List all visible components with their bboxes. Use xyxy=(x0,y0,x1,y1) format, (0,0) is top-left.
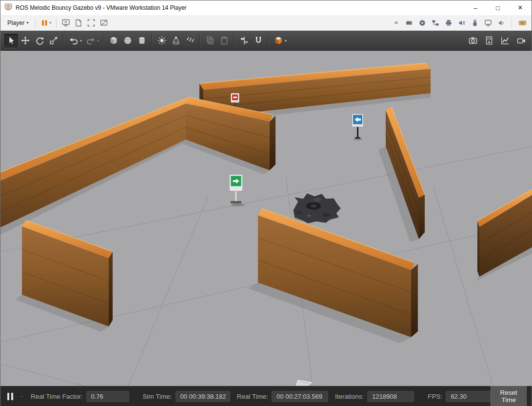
video-camera-icon xyxy=(516,36,526,45)
insert-box-button[interactable] xyxy=(106,34,120,48)
copy-icon xyxy=(205,36,215,45)
pause-icon xyxy=(40,19,48,27)
directional-light-button[interactable] xyxy=(183,34,197,48)
paste-icon xyxy=(219,36,229,45)
toolbar-separator xyxy=(268,34,269,47)
close-button[interactable]: × xyxy=(509,0,532,15)
fullscreen-button[interactable] xyxy=(85,17,98,29)
hard-disk-icon[interactable] xyxy=(403,17,415,29)
undo-arrow-icon xyxy=(69,36,79,45)
point-light-button[interactable] xyxy=(155,34,169,48)
display-icon[interactable] xyxy=(482,17,494,29)
plot-button[interactable] xyxy=(498,34,512,48)
steps-separator: - xyxy=(21,393,23,400)
speaker-icon[interactable] xyxy=(495,17,507,29)
snap-button[interactable] xyxy=(251,34,265,48)
network-adapter-icon[interactable] xyxy=(430,17,441,29)
fit-guest-screen-button[interactable] xyxy=(59,17,72,29)
player-menu[interactable]: Player ▾ xyxy=(3,18,32,28)
simulation-status-bar: - Real Time Factor: 0.76 Sim Time: 00 00… xyxy=(0,386,532,406)
redo-history-caret[interactable]: ▾ xyxy=(97,39,99,43)
view-angle-button[interactable] xyxy=(271,34,285,48)
real-time-factor-label: Real Time Factor: xyxy=(31,393,83,400)
redo-arrow-icon xyxy=(86,36,96,45)
title-bar: ROS Melodic Bouncy Gazebo v9 - VMware Wo… xyxy=(0,0,532,15)
player-menu-label: Player xyxy=(7,20,24,26)
toolbar-separator xyxy=(103,34,104,47)
monitor-icon xyxy=(61,19,70,27)
spotlight-icon xyxy=(171,36,181,45)
crossed-screen-icon xyxy=(99,19,108,27)
exit-fullscreen-button[interactable] xyxy=(98,17,110,29)
sound-card-icon[interactable] xyxy=(456,17,468,29)
iterations-label: Iterations: xyxy=(335,393,364,400)
real-time-value: 00 00:27:03.569 xyxy=(272,391,328,402)
minimize-button[interactable]: – xyxy=(464,0,487,15)
log-icon: LOG xyxy=(484,36,494,45)
tool-translate[interactable] xyxy=(18,34,32,48)
sphere-icon xyxy=(123,36,133,45)
copy-button[interactable] xyxy=(203,34,217,48)
move-arrows-icon xyxy=(20,36,30,45)
sim-time-value: 00 00:39:38.182 xyxy=(176,391,230,402)
insert-cylinder-button[interactable] xyxy=(135,34,149,48)
sim-pause-button[interactable] xyxy=(5,393,15,400)
usb-device-icon[interactable] xyxy=(469,17,481,29)
undo-button[interactable] xyxy=(66,34,80,48)
directional-rays-icon xyxy=(185,36,195,45)
log-record-button[interactable]: LOG xyxy=(482,34,496,48)
send-to-desktop-button[interactable] xyxy=(72,17,85,29)
vmware-player-logo-icon xyxy=(4,3,12,13)
toolbar-separator xyxy=(512,18,512,28)
fullscreen-icon xyxy=(87,19,96,27)
real-time-factor-value: 0.76 xyxy=(86,391,129,402)
fps-label: FPS: xyxy=(428,393,442,400)
window-title: ROS Melodic Bouncy Gazebo v9 - VMware Wo… xyxy=(16,4,187,11)
printer-icon[interactable] xyxy=(443,17,454,29)
virtual-keyboard-icon[interactable] xyxy=(516,17,529,29)
cylinder-icon xyxy=(137,36,147,45)
overflow-chevron[interactable]: » xyxy=(394,19,402,27)
toolbar-separator xyxy=(199,34,200,47)
cube-icon xyxy=(109,36,118,45)
toolbar-separator xyxy=(234,34,235,47)
toolbar-separator xyxy=(63,34,64,47)
redo-button[interactable] xyxy=(83,34,98,48)
sim-time-label: Sim Time: xyxy=(143,393,172,400)
paste-button[interactable] xyxy=(217,34,231,48)
toolbar-separator xyxy=(151,34,152,47)
insert-sphere-button[interactable] xyxy=(120,34,135,48)
pause-vm-button[interactable]: ▾ xyxy=(39,17,53,29)
toolbar-separator xyxy=(35,18,36,28)
rotate-icon xyxy=(35,36,44,45)
line-chart-icon xyxy=(500,36,510,45)
undo-history-caret[interactable]: ▾ xyxy=(80,39,82,43)
gazebo-toolbar: ▾ ▾ xyxy=(0,31,532,51)
reset-time-button[interactable]: Reset Time xyxy=(491,385,527,406)
iterations-value: 1218908 xyxy=(367,391,414,402)
align-icon xyxy=(239,36,249,45)
camera-icon xyxy=(468,36,478,45)
view-angle-caret[interactable]: ▾ xyxy=(285,39,287,43)
vmware-toolbar: Player ▾ ▾ xyxy=(0,15,532,31)
cursor-arrow-icon xyxy=(6,36,16,45)
fps-value: 62.30 xyxy=(446,391,491,402)
tool-rotate[interactable] xyxy=(32,34,46,48)
chevron-down-icon: ▾ xyxy=(49,21,51,25)
magnet-icon xyxy=(254,36,263,45)
maximize-button[interactable]: □ xyxy=(487,0,509,15)
sun-icon xyxy=(157,36,167,45)
real-time-label: Real Time: xyxy=(237,393,269,400)
chevron-down-icon: ▾ xyxy=(26,20,28,25)
cd-dvd-icon[interactable] xyxy=(416,17,428,29)
screenshot-button[interactable] xyxy=(466,34,480,48)
video-record-button[interactable] xyxy=(514,34,528,48)
page-icon xyxy=(74,19,83,27)
svg-text:LOG: LOG xyxy=(487,38,492,40)
spot-light-button[interactable] xyxy=(169,34,183,48)
orange-cube-icon xyxy=(274,36,283,45)
tool-scale[interactable] xyxy=(46,34,60,48)
gazebo-3d-viewport[interactable] xyxy=(0,51,532,386)
tool-select[interactable] xyxy=(4,34,18,48)
align-button[interactable] xyxy=(237,34,251,48)
